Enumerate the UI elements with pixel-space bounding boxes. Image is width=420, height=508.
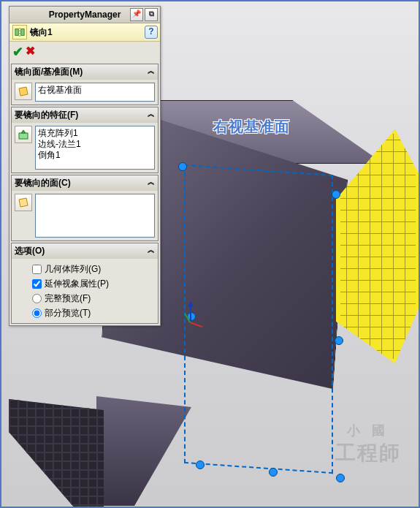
property-manager-panel: PropertyManager 📌 ⧉ 镜向1 ? ✔ ✖ 镜向面/基准面(M)… [9, 6, 161, 326]
plane-label-overlay: 右视基准面 [213, 117, 290, 137]
help-icon[interactable]: ? [145, 26, 158, 39]
ok-button[interactable]: ✔ [12, 44, 23, 60]
face-selection-list[interactable] [35, 194, 155, 238]
face-icon [15, 194, 32, 211]
section-faces: 要镜向的面(C) ︽ [11, 175, 159, 241]
extend-visual-checkbox[interactable] [32, 279, 42, 289]
section-header[interactable]: 选项(O) ︽ [12, 243, 158, 259]
option-label: 部分预览(T) [45, 306, 91, 320]
section-features: 要镜向的特征(F) ︽ 填充阵列1 边线-法兰1 倒角1 [11, 107, 159, 173]
section-header[interactable]: 要镜向的面(C) ︽ [12, 175, 158, 191]
svg-marker-6 [19, 198, 28, 207]
feature-list-icon [15, 126, 32, 143]
pin-icon[interactable]: 📌 [130, 8, 143, 21]
partial-preview-radio[interactable] [32, 308, 42, 318]
collapse-icon[interactable]: ︽ [147, 178, 156, 186]
section-header[interactable]: 镜向面/基准面(M) ︽ [12, 64, 158, 80]
plane-handle[interactable] [335, 336, 343, 345]
full-preview-radio[interactable] [32, 294, 42, 303]
feature-header: 镜向1 ? [9, 23, 160, 42]
mirror-feature-icon [12, 25, 27, 39]
mirror-preview-grid [336, 129, 419, 363]
collapse-icon[interactable]: ︽ [147, 67, 156, 75]
plane-handle[interactable] [332, 190, 340, 199]
plane-handle[interactable] [336, 474, 345, 482]
option-label: 几何体阵列(G) [45, 262, 101, 276]
plane-handle[interactable] [196, 460, 205, 469]
list-item[interactable]: 边线-法兰1 [38, 139, 152, 150]
svg-marker-5 [21, 130, 26, 133]
option-label: 延伸视象属性(P) [45, 276, 109, 291]
confirm-row: ✔ ✖ [9, 42, 160, 62]
svg-rect-1 [21, 29, 24, 36]
collapse-icon[interactable]: ︽ [147, 246, 156, 254]
options-icon[interactable]: ⧉ [145, 8, 158, 21]
mirror-plane-selection[interactable]: 右视基准面 [35, 83, 155, 102]
section-header[interactable]: 要镜向的特征(F) ︽ [12, 107, 158, 123]
plane-handle[interactable] [178, 162, 187, 171]
svg-rect-0 [15, 29, 18, 36]
feature-name: 镜向1 [30, 26, 53, 39]
origin-triad [190, 322, 191, 322]
svg-marker-3 [19, 87, 28, 96]
plane-icon [15, 83, 32, 100]
option-label: 完整预览(F) [45, 291, 91, 306]
cancel-button[interactable]: ✖ [26, 44, 35, 60]
geometry-pattern-checkbox[interactable] [32, 265, 42, 274]
plane-handle[interactable] [269, 468, 278, 477]
section-options: 选项(O) ︽ 几何体阵列(G) 延伸视象属性(P) 完整预览(F) 部分预览(… [11, 243, 159, 324]
svg-rect-4 [19, 133, 28, 139]
source-grid-pattern [9, 399, 104, 507]
collapse-icon[interactable]: ︽ [147, 110, 156, 118]
section-mirror-plane: 镜向面/基准面(M) ︽ 右视基准面 [11, 64, 159, 105]
model-overhang [96, 396, 191, 506]
pm-title-text: PropertyManager [49, 10, 121, 20]
feature-selection-list[interactable]: 填充阵列1 边线-法兰1 倒角1 [35, 126, 155, 170]
pm-title-bar: PropertyManager 📌 ⧉ [9, 7, 160, 23]
list-item[interactable]: 倒角1 [38, 150, 152, 161]
list-item[interactable]: 填充阵列1 [38, 128, 152, 139]
